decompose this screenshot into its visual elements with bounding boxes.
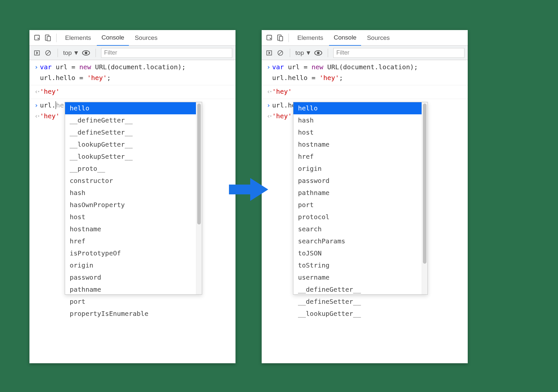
tab-sources[interactable]: Sources [362, 30, 394, 45]
autocomplete-item[interactable]: password [65, 271, 196, 284]
separator [56, 34, 57, 42]
sidebar-toggle-icon[interactable] [33, 49, 41, 57]
arrow-icon [224, 173, 273, 206]
prompt-out-icon: ‹ [33, 87, 40, 97]
autocomplete-item[interactable]: port [293, 199, 422, 211]
scrollbar-thumb[interactable] [197, 104, 201, 224]
autocomplete-item[interactable]: host [65, 211, 196, 223]
autocomplete-item[interactable]: pathname [293, 187, 422, 199]
autocomplete-item[interactable]: origin [65, 259, 196, 271]
autocomplete-item[interactable]: hello [65, 102, 196, 114]
autocomplete-item[interactable]: protocol [293, 211, 422, 223]
autocomplete-item[interactable]: __lookupGetter__ [65, 139, 196, 151]
autocomplete-item[interactable]: __defineGetter__ [293, 284, 422, 296]
separator [290, 49, 290, 57]
console-input-row: › var url = new URL(document.location); [29, 62, 235, 73]
tab-elements[interactable]: Elements [293, 30, 328, 45]
autocomplete-item[interactable]: isPrototypeOf [65, 247, 196, 259]
tab-strip: Elements Console Sources [262, 30, 468, 46]
inspect-icon[interactable] [265, 33, 274, 42]
autocomplete-item[interactable]: hasOwnProperty [65, 199, 196, 211]
console-toolbar: top▼ Filter [262, 46, 468, 60]
console-output-row: ‹ 'hey' [29, 87, 235, 97]
code-line: url.hello = 'hey'; [40, 73, 111, 83]
autocomplete-item[interactable]: hostname [65, 223, 196, 235]
scrollbar[interactable] [422, 102, 427, 294]
separator [29, 85, 235, 85]
svg-point-7 [85, 52, 87, 54]
filter-input[interactable]: Filter [333, 48, 464, 58]
separator [29, 99, 235, 99]
live-expression-icon[interactable] [82, 49, 90, 57]
code-line: var url = new URL(document.location); [40, 62, 186, 72]
autocomplete-item[interactable]: toJSON [293, 247, 422, 259]
autocomplete-list: hellohashhosthostnamehreforiginpasswordp… [293, 102, 422, 294]
autocomplete-item[interactable]: href [293, 151, 422, 163]
separator [96, 49, 96, 57]
autocomplete-item[interactable]: username [293, 271, 422, 284]
autocomplete-item[interactable]: search [293, 223, 422, 235]
device-icon[interactable] [275, 33, 285, 42]
console-input-row: url.hello = 'hey'; [29, 73, 235, 84]
autocomplete-item[interactable]: hostname [293, 139, 422, 151]
autocomplete-item[interactable]: __defineSetter__ [65, 126, 196, 139]
separator [288, 34, 289, 42]
separator [58, 49, 58, 57]
svg-rect-10 [279, 36, 283, 41]
svg-point-15 [317, 52, 320, 54]
autocomplete-item[interactable]: __proto__ [65, 163, 196, 175]
prompt-in-icon: › [265, 62, 272, 72]
prompt-out-icon: ‹ [33, 111, 40, 121]
tab-console[interactable]: Console [329, 30, 361, 46]
autocomplete-popup[interactable]: hellohashhosthostnamehreforiginpasswordp… [293, 102, 428, 295]
autocomplete-item[interactable]: hash [65, 187, 196, 199]
autocomplete-list: hello__defineGetter____defineSetter____l… [65, 102, 196, 294]
device-icon[interactable] [43, 33, 52, 42]
scrollbar-thumb[interactable] [423, 104, 427, 264]
autocomplete-item[interactable]: __lookupSetter__ [65, 151, 196, 163]
svg-line-13 [279, 51, 282, 55]
prompt-in-icon: › [33, 100, 40, 110]
svg-rect-0 [35, 35, 40, 40]
autocomplete-item[interactable]: __lookupGetter__ [293, 308, 422, 320]
prompt-in-icon: › [33, 62, 40, 72]
console-input-row: url.hello = 'hey'; [262, 73, 468, 84]
autocomplete-item[interactable]: searchParams [293, 235, 422, 247]
filter-placeholder: Filter [104, 49, 117, 56]
context-selector[interactable]: top▼ [295, 49, 311, 57]
autocomplete-item[interactable]: constructor [65, 175, 196, 187]
context-label: top [63, 49, 72, 57]
tab-strip: Elements Console Sources [29, 30, 235, 46]
autocomplete-item[interactable]: host [293, 126, 422, 139]
context-selector[interactable]: top ▼ [63, 49, 79, 57]
autocomplete-item[interactable]: __defineSetter__ [293, 296, 422, 308]
tab-sources[interactable]: Sources [130, 30, 162, 45]
autocomplete-item[interactable]: __defineGetter__ [65, 114, 196, 126]
autocomplete-item[interactable]: propertyIsEnumerable [65, 308, 196, 320]
clear-console-icon[interactable] [276, 49, 285, 57]
devtools-panel-left: Elements Console Sources top ▼ Filter › … [29, 30, 235, 363]
inspect-icon[interactable] [33, 33, 42, 42]
output-value: 'hey' [40, 87, 60, 97]
console-body-left: › var url = new URL(document.location); … [29, 60, 235, 363]
console-output-row: ‹ 'hey' [262, 87, 468, 97]
filter-input[interactable]: Filter [101, 48, 232, 58]
autocomplete-item[interactable]: href [65, 235, 196, 247]
autocomplete-item[interactable]: origin [293, 163, 422, 175]
scrollbar[interactable] [196, 102, 202, 294]
autocomplete-item[interactable]: pathname [65, 284, 196, 296]
autocomplete-item[interactable]: hello [293, 102, 422, 114]
autocomplete-item[interactable]: port [65, 296, 196, 308]
devtools-panel-right: Elements Console Sources top▼ Filter › v… [262, 30, 468, 363]
autocomplete-popup[interactable]: hello__defineGetter____defineSetter____l… [65, 102, 202, 295]
output-value: 'hey' [40, 111, 60, 121]
tab-elements[interactable]: Elements [61, 30, 96, 45]
clear-console-icon[interactable] [44, 49, 52, 57]
autocomplete-item[interactable]: hash [293, 114, 422, 126]
tab-console[interactable]: Console [97, 30, 129, 46]
sidebar-toggle-icon[interactable] [265, 49, 273, 57]
autocomplete-item[interactable]: toString [293, 259, 422, 271]
live-expression-icon[interactable] [314, 49, 323, 57]
separator [262, 99, 468, 99]
autocomplete-item[interactable]: password [293, 175, 422, 187]
